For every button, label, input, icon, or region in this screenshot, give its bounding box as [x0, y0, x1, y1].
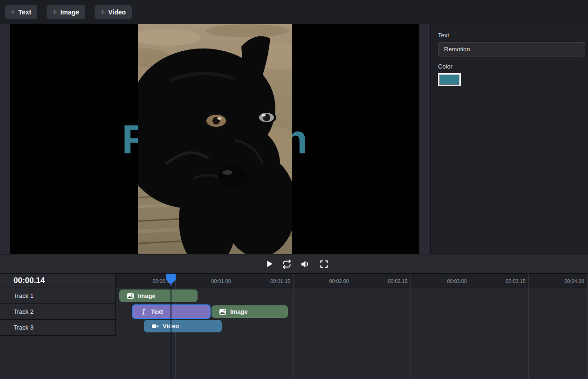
clip-label: Image — [138, 292, 156, 299]
grid-line — [470, 274, 470, 379]
add-text-button[interactable]: + Text — [5, 5, 37, 19]
track-labels: Track 1Track 2Track 3 — [0, 288, 116, 336]
text-input[interactable] — [438, 42, 585, 56]
ruler-label: 00:01.15 — [253, 274, 290, 288]
fullscreen-icon — [319, 259, 329, 269]
clip-image[interactable]: Image — [119, 289, 198, 302]
color-swatch[interactable] — [438, 73, 461, 86]
plus-icon: + — [101, 8, 105, 16]
play-icon — [264, 259, 274, 269]
puppy-photo — [138, 24, 292, 254]
ruler-label: 00:02.15 — [370, 274, 408, 288]
color-field-label: Color — [438, 63, 581, 70]
video-editor-app: + Text + Image + Video Remotion — [0, 0, 588, 379]
clip-label: Image — [230, 308, 248, 315]
add-image-label: Image — [60, 8, 79, 16]
playhead-line — [171, 281, 171, 379]
grid-line — [410, 274, 411, 379]
track-label-2: Track 2 — [0, 304, 116, 320]
grid-line — [234, 274, 234, 379]
clip-image[interactable]: Image — [212, 305, 288, 318]
clip-video[interactable]: Video — [144, 320, 222, 332]
ruler-label: 00:02.00 — [312, 274, 349, 288]
add-text-label: Text — [18, 8, 31, 16]
grid-line — [587, 274, 588, 379]
toolbar: + Text + Image + Video — [0, 0, 588, 24]
play-button[interactable] — [263, 258, 275, 270]
plus-icon: + — [53, 8, 57, 16]
fullscreen-button[interactable] — [318, 258, 330, 270]
add-video-button[interactable]: + Video — [95, 5, 132, 19]
ruler-label: 00:04.00 — [547, 274, 584, 288]
player-area: Remotion — [0, 24, 430, 254]
track-label-3: Track 3 — [0, 320, 116, 336]
loop-button[interactable] — [280, 258, 293, 270]
preview-canvas: Remotion — [10, 24, 419, 254]
grid-line — [352, 274, 352, 379]
loop-icon — [281, 259, 292, 269]
clip-label: Text — [151, 308, 163, 315]
text-icon — [140, 308, 147, 315]
image-icon — [219, 308, 226, 316]
volume-button[interactable] — [299, 258, 311, 270]
grid-line — [528, 274, 529, 379]
track-label-1: Track 1 — [0, 288, 116, 304]
plus-icon: + — [11, 8, 15, 16]
grid-line — [293, 274, 294, 379]
video-icon — [151, 323, 159, 330]
volume-icon — [300, 259, 310, 269]
player-controls — [0, 254, 588, 273]
ruler-label: 00:03.15 — [488, 274, 526, 288]
inspector-panel: Text Color — [431, 24, 588, 254]
add-image-button[interactable]: + Image — [47, 5, 85, 19]
text-field-label: Text — [438, 32, 581, 39]
ruler-label: 00:01.00 — [194, 274, 231, 288]
add-video-label: Video — [108, 8, 126, 16]
image-icon — [127, 292, 134, 300]
timecode-display: 00:00.14 — [0, 274, 116, 288]
timeline: 00:00.14 Track 1Track 2Track 3 00:00.150… — [0, 273, 588, 379]
ruler-label: 00:03.00 — [430, 274, 467, 288]
